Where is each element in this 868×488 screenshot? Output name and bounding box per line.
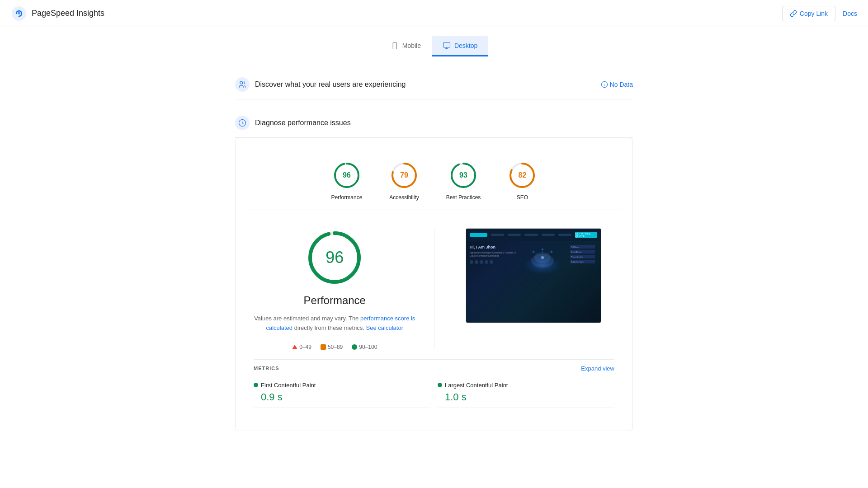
score-legend: 0–49 50–89 90–100: [292, 344, 377, 350]
diagnose-section: Diagnose performance issues 96 Performan…: [231, 108, 637, 431]
screenshot-form-field: Phone Number: [570, 255, 595, 258]
legend-warn: 50–89: [321, 344, 343, 350]
screenshot-nav-item: [558, 234, 571, 236]
legend-warn-icon: [321, 344, 326, 350]
performance-circle: 96: [332, 161, 361, 190]
perf-desc-middle: directly from these metrics.: [294, 324, 366, 331]
no-data-label: No Data: [610, 81, 633, 88]
docs-link[interactable]: Docs: [843, 10, 857, 17]
svg-point-28: [551, 251, 552, 253]
metric-lcp: Largest Contentful Paint 1.0 s: [438, 382, 614, 408]
accessibility-circle: 79: [390, 161, 419, 190]
svg-point-27: [533, 251, 534, 253]
legend-fail-range: 0–49: [299, 344, 311, 350]
metric-fcp: First Contentful Paint 0.9 s: [254, 382, 430, 408]
tab-desktop[interactable]: Desktop: [432, 36, 488, 56]
seo-score-value: 82: [518, 171, 526, 179]
screenshot-social: [470, 260, 520, 264]
tab-desktop-label: Desktop: [454, 42, 477, 49]
performance-score-value: 96: [343, 171, 351, 179]
screenshot-form: Full Name Email Address Phone Number Sub…: [570, 245, 597, 278]
tabs-bar: Mobile Desktop: [231, 36, 637, 56]
score-card: 96 Performance 79 Accessibility: [235, 138, 633, 431]
mobile-icon: [391, 42, 399, 50]
seo-score-label: SEO: [517, 194, 528, 201]
speedometer-icon: [238, 119, 246, 127]
screenshot-form-field: Subject to Query: [570, 260, 595, 263]
screenshot-social-icon: [470, 260, 473, 264]
performance-detail: 96 Performance Values are estimated and …: [245, 210, 623, 359]
main-content: Mobile Desktop Discover what your real u…: [231, 27, 637, 449]
screenshot-preview: GET A FREE QUOTE Hi, I Am Jhon Applicati…: [466, 228, 601, 323]
perf-desc-before: Values are estimated and may vary. The: [254, 315, 359, 322]
copy-link-label: Copy Link: [800, 10, 828, 17]
metrics-header: METRICS Expand view: [254, 359, 614, 377]
score-item-seo[interactable]: 82 SEO: [508, 161, 537, 201]
screenshot-form-field: Full Name: [570, 245, 595, 249]
screenshot-left-content: Hi, I Am Jhon Application Developer Spec…: [470, 245, 520, 278]
screenshot-heading: Hi, I Am Jhon: [470, 245, 520, 249]
desktop-icon: [443, 42, 451, 50]
diagnose-title: Diagnose performance issues: [255, 119, 633, 127]
copy-link-button[interactable]: Copy Link: [782, 6, 835, 21]
svg-point-29: [542, 249, 543, 250]
screenshot-nav-item: [524, 234, 538, 236]
screenshot-cta: GET A FREE QUOTE: [575, 232, 597, 238]
header: PageSpeed Insights Copy Link Docs: [0, 0, 868, 27]
users-icon: [238, 80, 246, 89]
screenshot-social-icon: [490, 260, 493, 264]
screenshot-bar: GET A FREE QUOTE: [466, 229, 601, 241]
performance-desc: Values are estimated and may vary. The p…: [254, 314, 416, 333]
metrics-section: METRICS Expand view First Contentful Pai…: [245, 359, 623, 417]
performance-right: GET A FREE QUOTE Hi, I Am Jhon Applicati…: [453, 228, 615, 323]
screenshot-form-field: Email Address: [570, 250, 595, 253]
perf-calculator-link[interactable]: See calculator: [366, 324, 403, 331]
scores-row: 96 Performance 79 Accessibility: [245, 152, 623, 210]
accessibility-score-label: Accessibility: [389, 194, 419, 201]
section-divider: [434, 228, 434, 350]
score-item-best-practices[interactable]: 93 Best Practices: [446, 161, 481, 201]
svg-rect-4: [443, 42, 450, 47]
tab-mobile[interactable]: Mobile: [380, 36, 432, 56]
metric-lcp-dot: [438, 383, 442, 387]
metric-lcp-text: Largest Contentful Paint: [445, 382, 508, 389]
svg-point-1: [18, 13, 20, 14]
expand-view-button[interactable]: Expand view: [581, 365, 614, 372]
score-item-performance[interactable]: 96 Performance: [331, 161, 363, 201]
legend-fail: 0–49: [292, 344, 311, 350]
tab-mobile-label: Mobile: [402, 42, 421, 49]
svg-rect-2: [393, 42, 396, 49]
screenshot-nav-highlight: [470, 233, 487, 237]
metrics-grid: First Contentful Paint 0.9 s Largest Con…: [254, 377, 614, 408]
svg-point-30: [541, 256, 544, 259]
legend-pass: 90–100: [352, 344, 377, 350]
legend-fail-icon: [292, 345, 297, 349]
metric-lcp-label: Largest Contentful Paint: [438, 382, 614, 389]
real-users-header: Discover what your real users are experi…: [235, 70, 633, 99]
diagnose-icon: [235, 116, 250, 130]
best-practices-circle: 93: [449, 161, 478, 190]
screenshot-body: Hi, I Am Jhon Application Developer Spec…: [466, 241, 601, 282]
screenshot-nav-item: [542, 234, 555, 236]
performance-detail-title: Performance: [304, 294, 366, 307]
info-icon: [601, 81, 608, 88]
metric-fcp-value: 0.9 s: [261, 391, 430, 403]
link-icon: [790, 10, 797, 17]
legend-pass-range: 90–100: [359, 344, 377, 350]
score-item-accessibility[interactable]: 79 Accessibility: [389, 161, 419, 201]
accessibility-score-value: 79: [400, 171, 408, 179]
metric-fcp-text: First Contentful Paint: [261, 382, 316, 389]
screenshot-social-icon: [485, 260, 488, 264]
performance-left: 96 Performance Values are estimated and …: [254, 228, 416, 350]
screenshot-subtext: Application Developer Specialist & Found…: [470, 251, 520, 258]
seo-circle: 82: [508, 161, 537, 190]
no-data-button[interactable]: No Data: [601, 81, 633, 88]
performance-score-label: Performance: [331, 194, 363, 201]
svg-point-7: [240, 81, 243, 84]
screenshot-cloud-area: [520, 245, 570, 278]
header-left: PageSpeed Insights: [11, 5, 104, 22]
pagespeed-logo: [11, 5, 27, 22]
big-performance-score: 96: [326, 248, 344, 267]
big-performance-circle: 96: [305, 228, 364, 287]
diagnose-header: Diagnose performance issues: [235, 108, 633, 138]
